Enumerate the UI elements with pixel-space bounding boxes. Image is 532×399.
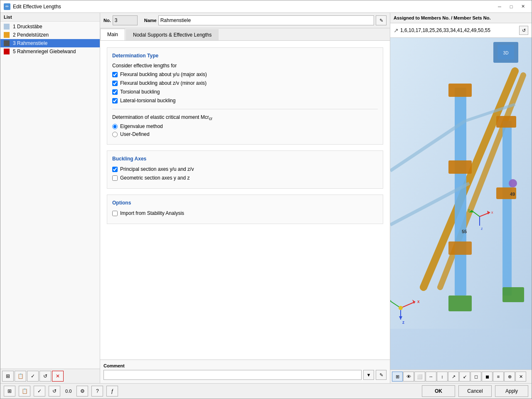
- tab-content-main: Determination Type Consider effective le…: [100, 41, 390, 360]
- assigned-refresh-button[interactable]: ↺: [519, 26, 528, 35]
- apply-button[interactable]: Apply: [495, 385, 528, 397]
- svg-text:y: y: [468, 208, 470, 212]
- list-item-2[interactable]: 2 Pendelstützen: [0, 31, 100, 39]
- det-checkbox-cb1[interactable]: [112, 72, 118, 77]
- det-checkbox-cb2[interactable]: [112, 81, 118, 86]
- det-checkbox-row-cb1: Flexural buckling about y/u (major axis): [112, 71, 378, 78]
- det-radio-r1[interactable]: [112, 124, 118, 129]
- list-item-5[interactable]: 5 Rahmenriegel Giebelwand: [0, 47, 100, 56]
- ok-button[interactable]: OK: [422, 385, 455, 397]
- no-input[interactable]: [113, 15, 138, 25]
- name-input[interactable]: [158, 15, 374, 25]
- list-item-label-5: 5 Rahmenriegel Giebelwand: [13, 49, 76, 54]
- opt-checkbox-label-opt1[interactable]: Import from Stability Analysis: [120, 210, 184, 216]
- ba-checkbox-ba1[interactable]: [112, 167, 118, 172]
- ba-checkbox-label-ba1[interactable]: Principal section axes y/u and z/v: [120, 166, 194, 172]
- list-delete-button[interactable]: ✕: [52, 371, 64, 382]
- list-actions: ⊞ 📋 ✓ ↺ ✕: [0, 369, 100, 383]
- toolbar-3d-select[interactable]: ⊞: [392, 372, 403, 382]
- svg-rect-4: [502, 121, 512, 296]
- assigned-icon: ↗: [394, 27, 399, 34]
- det-radio-r2[interactable]: [112, 132, 118, 137]
- list-items: 1 Druckstäbe2 Pendelstützen3 Rahmenstiel…: [0, 22, 100, 369]
- svg-text:z: z: [481, 227, 483, 231]
- svg-point-28: [399, 306, 403, 310]
- det-checkbox-label-cb3[interactable]: Torsional buckling: [120, 89, 160, 95]
- toolbar-3d-solid[interactable]: ◼: [482, 372, 493, 382]
- list-item-color-2: [4, 32, 10, 38]
- toolbar-3d-view[interactable]: 👁: [403, 372, 414, 382]
- det-radio-label-r2[interactable]: User-Defined: [120, 131, 150, 137]
- list-item-3[interactable]: 3 Rahmenstiele: [0, 39, 100, 47]
- svg-text:x: x: [417, 299, 420, 304]
- ba-checkbox-ba2[interactable]: [112, 175, 118, 181]
- toolbar-3d-rot[interactable]: ↙: [459, 372, 470, 382]
- list-renumber-button[interactable]: ↺: [39, 371, 51, 382]
- list-item-1[interactable]: 1 Druckstäbe: [0, 22, 100, 31]
- center-panel: No. Name ✎ Main Nodal Supports & Effecti…: [100, 13, 390, 383]
- buckling-axes-title: Buckling Axes: [112, 156, 378, 162]
- toolbar-3d-clear[interactable]: ✕: [515, 372, 526, 382]
- comment-input[interactable]: [103, 370, 362, 380]
- bottom-copy-button[interactable]: 📋: [19, 386, 30, 397]
- list-check-button[interactable]: ✓: [27, 371, 39, 382]
- bottom-settings-button[interactable]: ⚙: [76, 386, 88, 397]
- name-bar: No. Name ✎: [100, 13, 390, 28]
- comment-edit-button[interactable]: ✎: [376, 370, 387, 380]
- svg-rect-14: [502, 287, 524, 302]
- bottom-renumber-button[interactable]: ↺: [49, 386, 60, 397]
- toolbar-3d-move-y[interactable]: ↕: [437, 372, 448, 382]
- buckling-axes-checkboxes: Principal section axes y/u and z/vGeomet…: [112, 166, 378, 181]
- toolbar-3d-move-x[interactable]: ↔: [426, 372, 436, 382]
- list-item-color-1: [4, 24, 10, 30]
- name-label: Name: [144, 18, 157, 23]
- comment-dropdown-button[interactable]: ▼: [363, 370, 374, 380]
- toolbar-3d-move-z[interactable]: ↗: [448, 372, 459, 382]
- bottom-check-button[interactable]: ✓: [34, 386, 45, 397]
- bottom-new-button[interactable]: ⊞: [4, 386, 15, 397]
- list-header: List: [0, 13, 100, 22]
- det-radio-label-r1[interactable]: Eigenvalue method: [120, 123, 163, 129]
- svg-text:x: x: [491, 210, 493, 214]
- det-checkbox-cb3[interactable]: [112, 89, 118, 95]
- assigned-value: 1,6,10,17,18,25,26,33,34,41,42,49,50,55: [400, 27, 517, 33]
- det-checkbox-label-cb4[interactable]: Lateral-torsional buckling: [120, 98, 175, 103]
- svg-text:z: z: [402, 320, 404, 325]
- toolbar-3d-frame[interactable]: ⬜: [414, 372, 425, 382]
- bottom-help-button[interactable]: ?: [91, 386, 103, 397]
- determination-type-title: Determination Type: [112, 53, 378, 59]
- list-copy-button[interactable]: 📋: [15, 371, 26, 382]
- maximize-button[interactable]: □: [506, 2, 517, 11]
- close-button[interactable]: ✕: [517, 2, 528, 11]
- svg-rect-12: [496, 116, 516, 128]
- toolbar-3d-box[interactable]: ◻: [470, 372, 481, 382]
- minimize-button[interactable]: ─: [494, 2, 505, 11]
- opt-checkbox-opt1[interactable]: [112, 211, 118, 216]
- options-title: Options: [112, 200, 378, 206]
- toolbar-3d-lines[interactable]: ≡: [493, 372, 504, 382]
- elastic-label: Determination of elastic critical moment…: [112, 114, 378, 121]
- title-bar: ✏ Edit Effective Lengths ─ □ ✕: [0, 0, 532, 13]
- bottom-formula-button[interactable]: ƒ: [106, 386, 118, 397]
- tab-nodal[interactable]: Nodal Supports & Effective Lengths: [126, 29, 219, 40]
- bottom-bar: ⊞ 📋 ✓ ↺ 0.0 ⚙ ? ƒ OK Cancel Apply: [0, 383, 532, 399]
- right-panel: Assigned to Members No. / Member Sets No…: [390, 13, 532, 383]
- options-checkboxes: Import from Stability Analysis: [112, 210, 378, 217]
- det-checkbox-cb4[interactable]: [112, 98, 118, 103]
- window-title: Edit Effective Lengths: [13, 4, 492, 10]
- det-checkbox-label-cb1[interactable]: Flexural buckling about y/u (major axis): [120, 71, 207, 77]
- list-item-color-5: [4, 49, 10, 54]
- ba-checkbox-label-ba2[interactable]: Geometric section axes y and z: [120, 175, 190, 181]
- list-add-button[interactable]: ⊞: [2, 371, 14, 382]
- viewport-3d: 3D x y: [390, 38, 532, 369]
- det-checkbox-label-cb2[interactable]: Flexural buckling about z/v (minor axis): [120, 80, 207, 86]
- determination-radios: Eigenvalue methodUser-Defined: [112, 123, 378, 137]
- assigned-value-row: ↗ 1,6,10,17,18,25,26,33,34,41,42,49,50,5…: [390, 23, 532, 38]
- name-edit-button[interactable]: ✎: [376, 15, 387, 25]
- list-item-color-3: [4, 40, 10, 46]
- det-radio-row-r1: Eigenvalue method: [112, 123, 378, 129]
- tab-main[interactable]: Main: [100, 29, 125, 40]
- toolbar-3d-zoom[interactable]: ⊕: [504, 372, 515, 382]
- svg-rect-10: [448, 241, 472, 255]
- cancel-button[interactable]: Cancel: [458, 385, 492, 397]
